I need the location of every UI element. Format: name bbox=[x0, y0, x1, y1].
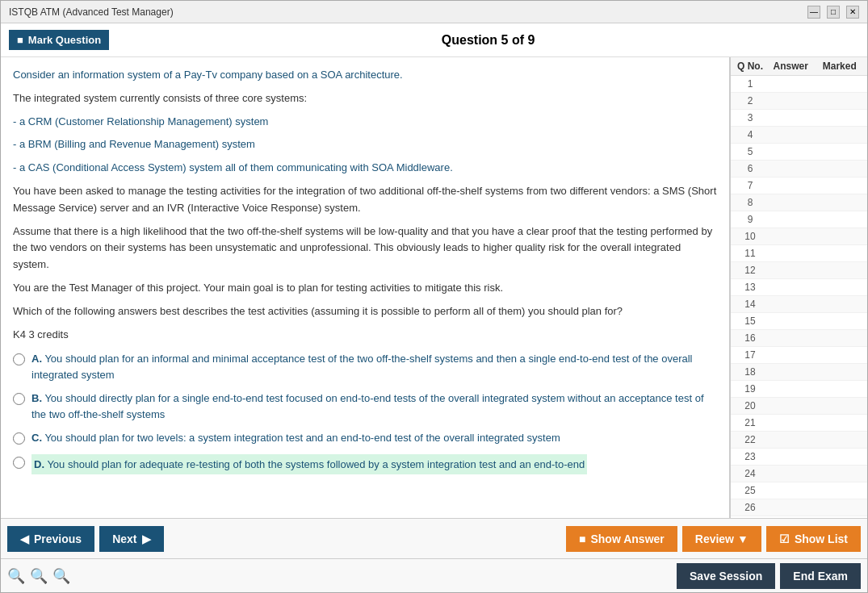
radio-D[interactable] bbox=[13, 457, 25, 469]
zoom-out-button[interactable]: 🔍 bbox=[52, 567, 70, 585]
table-row[interactable]: 14 bbox=[731, 296, 867, 313]
qno-cell: 9 bbox=[734, 213, 766, 226]
qno-cell: 3 bbox=[734, 111, 766, 124]
answer-cell bbox=[766, 433, 816, 446]
question-title: Question 5 of 9 bbox=[117, 33, 859, 48]
close-button[interactable]: ✕ bbox=[846, 6, 859, 19]
minimize-button[interactable]: — bbox=[807, 6, 820, 19]
answer-cell bbox=[766, 332, 816, 345]
table-row[interactable]: 19 bbox=[731, 381, 867, 398]
marked-cell bbox=[816, 77, 865, 90]
sidebar-rows: 1234567891011121314151617181920212223242… bbox=[731, 76, 867, 518]
qno-cell: 16 bbox=[734, 332, 766, 345]
table-row[interactable]: 24 bbox=[731, 466, 867, 482]
marked-cell bbox=[816, 196, 865, 209]
marked-cell bbox=[816, 230, 865, 243]
qno-cell: 21 bbox=[734, 416, 766, 429]
next-button[interactable]: Next ▶ bbox=[99, 526, 163, 552]
table-row[interactable]: 26 bbox=[731, 499, 867, 516]
save-session-button[interactable]: Save Session bbox=[677, 563, 775, 589]
mark-question-label: Mark Question bbox=[28, 34, 101, 46]
window-title: ISTQB ATM (Advanced Test Manager) bbox=[9, 6, 174, 18]
previous-button[interactable]: ◀ Previous bbox=[7, 526, 94, 552]
qno-cell: 7 bbox=[734, 179, 766, 192]
title-bar: ISTQB ATM (Advanced Test Manager) — □ ✕ bbox=[1, 1, 867, 23]
radio-B[interactable] bbox=[13, 393, 25, 405]
answer-label-C: C. You should plan for two levels: a sys… bbox=[31, 430, 560, 446]
answers-section: A. You should plan for an informal and m… bbox=[13, 351, 717, 474]
zoom-in-button[interactable]: 🔍 bbox=[7, 567, 25, 585]
title-bar-controls: — □ ✕ bbox=[807, 6, 859, 19]
answer-option-B: B. You should directly plan for a single… bbox=[13, 390, 717, 422]
show-answer-button[interactable]: ■ Show Answer bbox=[566, 526, 677, 552]
review-button[interactable]: Review ▼ bbox=[682, 526, 761, 552]
table-row[interactable]: 1 bbox=[731, 76, 867, 93]
table-row[interactable]: 15 bbox=[731, 313, 867, 330]
answer-option-A: A. You should plan for an informal and m… bbox=[13, 351, 717, 382]
answer-cell bbox=[766, 365, 816, 378]
marked-cell bbox=[816, 179, 865, 192]
answer-cell bbox=[766, 416, 816, 429]
previous-label: Previous bbox=[34, 532, 82, 545]
table-row[interactable]: 17 bbox=[731, 347, 867, 364]
table-row[interactable]: 20 bbox=[731, 398, 867, 415]
maximize-button[interactable]: □ bbox=[827, 6, 840, 19]
qno-cell: 15 bbox=[734, 315, 766, 328]
right-arrow-icon: ▶ bbox=[142, 532, 151, 545]
marked-cell bbox=[816, 281, 865, 294]
show-list-label: Show List bbox=[795, 532, 848, 545]
table-row[interactable]: 5 bbox=[731, 144, 867, 161]
answer-cell bbox=[766, 213, 816, 226]
show-list-button[interactable]: ☑ Show List bbox=[766, 526, 861, 552]
footer-navigation: ◀ Previous Next ▶ ■ Show Answer Review ▼… bbox=[1, 518, 867, 558]
qno-cell: 22 bbox=[734, 433, 766, 446]
table-row[interactable]: 25 bbox=[731, 482, 867, 499]
paragraph-4: - a BRM (Billing and Revenue Management)… bbox=[13, 136, 717, 153]
table-row[interactable]: 7 bbox=[731, 177, 867, 194]
table-row[interactable]: 8 bbox=[731, 194, 867, 211]
table-row[interactable]: 22 bbox=[731, 432, 867, 449]
marked-cell bbox=[816, 145, 865, 158]
table-row[interactable]: 18 bbox=[731, 364, 867, 381]
marked-cell bbox=[816, 467, 865, 480]
qno-cell: 25 bbox=[734, 484, 766, 497]
table-row[interactable]: 13 bbox=[731, 279, 867, 296]
marked-cell bbox=[816, 501, 865, 514]
end-exam-button[interactable]: End Exam bbox=[780, 563, 861, 589]
table-row[interactable]: 6 bbox=[731, 161, 867, 177]
paragraph-8: You are the Test Manager of this project… bbox=[13, 280, 717, 297]
answer-cell bbox=[766, 247, 816, 260]
qno-cell: 17 bbox=[734, 349, 766, 361]
end-exam-label: End Exam bbox=[793, 570, 848, 583]
next-label: Next bbox=[112, 532, 136, 545]
table-row[interactable]: 12 bbox=[731, 262, 867, 279]
marked-cell bbox=[816, 162, 865, 175]
qno-cell: 23 bbox=[734, 450, 766, 463]
zoom-normal-button[interactable]: 🔍 bbox=[30, 567, 48, 585]
answer-cell bbox=[766, 162, 816, 175]
answer-cell bbox=[766, 94, 816, 107]
table-row[interactable]: 23 bbox=[731, 449, 867, 466]
radio-A[interactable] bbox=[13, 353, 25, 365]
table-row[interactable]: 10 bbox=[731, 228, 867, 245]
table-row[interactable]: 9 bbox=[731, 211, 867, 228]
question-panel: Consider an information system of a Pay-… bbox=[1, 57, 730, 518]
qno-cell: 24 bbox=[734, 467, 766, 480]
table-row[interactable]: 16 bbox=[731, 330, 867, 347]
mark-question-button[interactable]: ■ Mark Question bbox=[9, 30, 109, 50]
marked-cell bbox=[816, 382, 865, 395]
qno-cell: 26 bbox=[734, 501, 766, 514]
marked-cell bbox=[816, 349, 865, 361]
table-row[interactable]: 11 bbox=[731, 245, 867, 262]
table-row[interactable]: 3 bbox=[731, 110, 867, 127]
bookmark-icon: ■ bbox=[17, 34, 23, 46]
radio-C[interactable] bbox=[13, 432, 25, 445]
answer-cell bbox=[766, 467, 816, 480]
table-row[interactable]: 4 bbox=[731, 127, 867, 144]
table-row[interactable]: 21 bbox=[731, 415, 867, 432]
answer-label-A: A. You should plan for an informal and m… bbox=[31, 351, 717, 382]
qno-cell: 12 bbox=[734, 264, 766, 277]
table-row[interactable]: 2 bbox=[731, 93, 867, 110]
answer-cell bbox=[766, 128, 816, 141]
qno-cell: 6 bbox=[734, 162, 766, 175]
